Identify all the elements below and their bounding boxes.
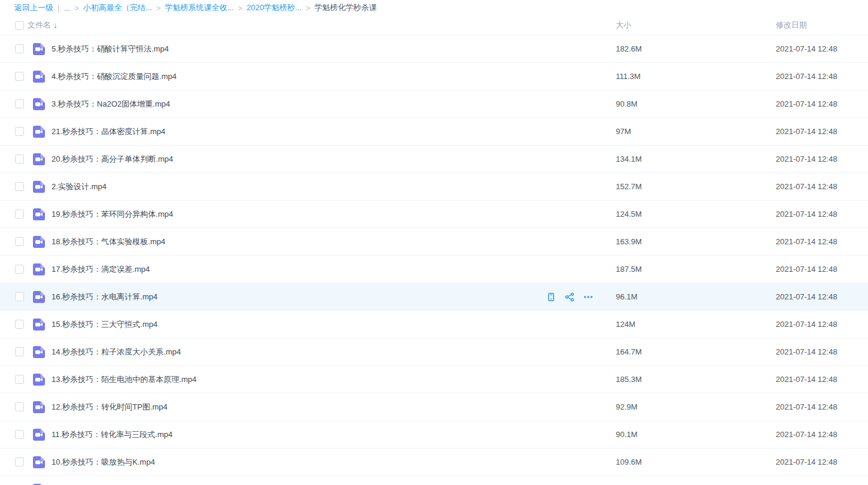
file-size: 96.1M — [611, 292, 771, 301]
file-size: 90.1M — [611, 430, 771, 439]
file-date: 2021-07-14 12:48 — [771, 210, 868, 219]
video-file-icon — [32, 345, 46, 359]
breadcrumb-separator: > — [156, 4, 161, 13]
row-checkbox[interactable] — [15, 265, 24, 274]
column-header-size[interactable]: 大小 — [611, 20, 771, 31]
video-file-icon — [32, 401, 46, 414]
file-name[interactable]: 18.秒杀技巧：气体实验模板.mp4 — [52, 237, 546, 247]
breadcrumb-separator: > — [238, 4, 243, 13]
file-name[interactable]: 3.秒杀技巧：Na2O2固体增重.mp4 — [52, 99, 546, 110]
file-date: 2021-07-14 12:48 — [771, 320, 868, 329]
file-name[interactable]: 16.秒杀技巧：水电离计算.mp4 — [52, 292, 546, 302]
file-list: 5.秒杀技巧：硝酸计算守恒法.mp4 — [0, 35, 868, 485]
table-row[interactable]: 19.秒杀技巧：苯环同分异构体.mp4 — [0, 201, 868, 228]
file-date: 2021-07-14 12:48 — [771, 265, 868, 274]
share-icon[interactable] — [565, 292, 574, 302]
file-size: 97M — [611, 127, 771, 136]
table-row[interactable]: 17.秒杀技巧：滴定误差.mp4 — [0, 256, 868, 283]
file-size: 124M — [611, 320, 771, 329]
file-date: 2021-07-14 12:48 — [771, 99, 868, 108]
row-checkbox[interactable] — [15, 99, 24, 108]
file-date: 2021-07-14 12:48 — [771, 44, 868, 53]
row-checkbox[interactable] — [15, 457, 24, 466]
file-name[interactable]: 5.秒杀技巧：硝酸计算守恒法.mp4 — [52, 44, 546, 54]
file-name[interactable]: 21.秒杀技巧：晶体密度计算.mp4 — [52, 126, 546, 137]
file-name[interactable]: 4.秒杀技巧：硝酸沉淀质量问题.mp4 — [52, 71, 546, 82]
file-size: 109.6M — [611, 457, 771, 466]
file-name[interactable]: 2.实验设计.mp4 — [52, 181, 546, 192]
row-checkbox[interactable] — [15, 44, 24, 53]
table-row[interactable]: 20.秒杀技巧：高分子单体判断.mp4 — [0, 146, 868, 173]
file-name[interactable]: 12.秒杀技巧：转化时间TP图.mp4 — [52, 402, 546, 413]
file-date: 2021-07-14 12:48 — [771, 127, 868, 136]
file-name[interactable]: 13.秒杀技巧：陌生电池中的基本原理.mp4 — [52, 374, 546, 385]
table-row[interactable]: 10.秒杀技巧：吸放热与K.mp4 — [0, 448, 868, 476]
table-row[interactable]: 4.秒杀技巧：硝酸沉淀质量问题.mp4 — [0, 63, 868, 90]
breadcrumb: 返回上一级 | ... > 小初高最全（完结... > 学魁榜系统课全收... … — [0, 0, 868, 16]
file-size: 92.9M — [611, 402, 771, 411]
breadcrumb-separator: > — [306, 4, 310, 13]
video-file-icon — [32, 263, 46, 276]
table-row[interactable]: 3.秒杀技巧：Na2O2固体增重.mp4 — [0, 90, 868, 118]
table-row[interactable]: 16.秒杀技巧：水电离计算.mp4 — [0, 283, 868, 311]
table-row[interactable]: 18.秒杀技巧：气体实验模板.mp4 — [0, 228, 868, 256]
file-name[interactable]: 17.秒杀技巧：滴定误差.mp4 — [52, 264, 546, 275]
file-name[interactable]: 10.秒杀技巧：吸放热与K.mp4 — [52, 457, 546, 468]
breadcrumb-parent-3[interactable]: 2020学魁榜秒... — [247, 2, 302, 13]
row-checkbox[interactable] — [15, 320, 24, 329]
row-checkbox[interactable] — [15, 430, 24, 439]
more-actions-icon[interactable] — [583, 292, 593, 302]
row-checkbox[interactable] — [15, 182, 24, 191]
file-name[interactable]: 11.秒杀技巧：转化率与三段式.mp4 — [52, 429, 546, 440]
file-date: 2021-07-14 12:48 — [771, 457, 868, 466]
table-row[interactable]: 15.秒杀技巧：三大守恒式.mp4 — [0, 311, 868, 338]
table-row[interactable]: 12.秒杀技巧：转化时间TP图.mp4 — [0, 393, 868, 421]
table-row[interactable]: 5.秒杀技巧：硝酸计算守恒法.mp4 — [0, 35, 868, 63]
row-checkbox[interactable] — [15, 292, 24, 301]
file-size: 182.6M — [611, 44, 771, 53]
file-size: 185.3M — [611, 375, 771, 384]
row-checkbox[interactable] — [15, 402, 24, 411]
row-actions — [546, 292, 611, 302]
row-checkbox[interactable] — [15, 127, 24, 136]
save-to-device-icon[interactable] — [546, 292, 556, 302]
file-name[interactable]: 20.秒杀技巧：高分子单体判断.mp4 — [52, 154, 546, 165]
column-header-date[interactable]: 修改日期 — [771, 20, 868, 31]
table-row[interactable]: 1.常见实验操作类1.mp4 — [0, 476, 868, 485]
row-checkbox[interactable] — [15, 154, 24, 163]
row-checkbox[interactable] — [15, 237, 24, 246]
file-size: 134.1M — [611, 154, 771, 163]
file-name[interactable]: 19.秒杀技巧：苯环同分异构体.mp4 — [52, 209, 546, 220]
select-all-checkbox[interactable] — [15, 21, 24, 30]
table-row[interactable]: 2.实验设计.mp4 — [0, 173, 868, 201]
video-file-icon — [32, 290, 46, 304]
row-checkbox[interactable] — [15, 210, 24, 219]
column-header-filename[interactable]: 文件名 — [28, 20, 51, 31]
table-row[interactable]: 11.秒杀技巧：转化率与三段式.mp4 — [0, 421, 868, 448]
row-checkbox[interactable] — [15, 375, 24, 384]
file-date: 2021-07-14 12:48 — [771, 154, 868, 163]
breadcrumb-back-link[interactable]: 返回上一级 — [14, 2, 53, 13]
file-size: 111.3M — [611, 72, 771, 81]
file-name[interactable]: 15.秒杀技巧：三大守恒式.mp4 — [52, 319, 546, 330]
file-date: 2021-07-14 12:48 — [771, 430, 868, 439]
breadcrumb-pipe: | — [58, 4, 59, 13]
breadcrumb-parent-2[interactable]: 学魁榜系统课全收... — [165, 2, 234, 13]
video-file-icon — [32, 180, 46, 193]
table-row[interactable]: 14.秒杀技巧：粒子浓度大小关系.mp4 — [0, 338, 868, 366]
video-file-icon — [32, 235, 46, 248]
breadcrumb-current-folder: 学魁榜化学秒杀课 — [314, 2, 377, 13]
row-checkbox[interactable] — [15, 72, 24, 81]
table-row[interactable]: 13.秒杀技巧：陌生电池中的基本原理.mp4 — [0, 366, 868, 393]
file-name[interactable]: 14.秒杀技巧：粒子浓度大小关系.mp4 — [52, 347, 546, 357]
breadcrumb-collapsed-link[interactable]: ... — [63, 4, 70, 13]
file-date: 2021-07-14 12:48 — [771, 375, 868, 384]
sort-desc-icon[interactable]: ↓ — [53, 20, 58, 30]
breadcrumb-parent-1[interactable]: 小初高最全（完结... — [83, 2, 152, 13]
file-manager: 返回上一级 | ... > 小初高最全（完结... > 学魁榜系统课全收... … — [0, 0, 868, 485]
row-checkbox[interactable] — [15, 347, 24, 356]
video-file-icon — [32, 428, 46, 441]
video-file-icon — [32, 98, 46, 111]
table-row[interactable]: 21.秒杀技巧：晶体密度计算.mp4 — [0, 118, 868, 146]
file-date: 2021-07-14 12:48 — [771, 292, 868, 301]
